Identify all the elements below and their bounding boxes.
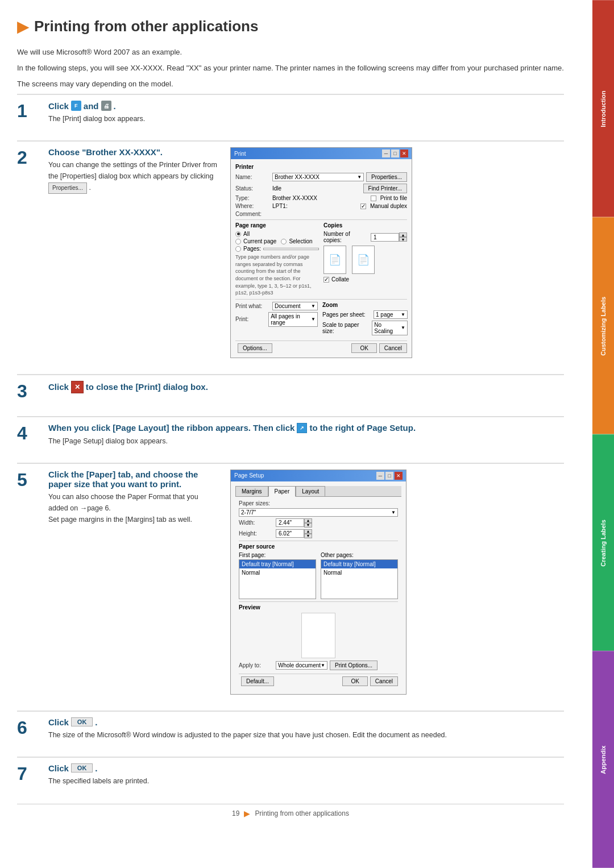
pages-per-sheet-dropdown[interactable]: 1 page ▼ (374, 310, 408, 319)
layout-tab[interactable]: Layout (296, 486, 325, 496)
sidebar-tab-creating[interactable]: Creating Labels (592, 434, 614, 651)
step-2-text: Choose "Brother XX-XXXX". You can change… (48, 147, 219, 194)
name-dropdown[interactable]: Brother XX-XXXX ▼ (272, 173, 364, 181)
step-7-desc: The specified labels are printed. (48, 775, 564, 787)
divider-1 (235, 219, 407, 220)
step-5-number-block: 5 (17, 470, 48, 695)
print-cancel-btn[interactable]: Cancel (379, 343, 407, 353)
ps-cancel-btn[interactable]: Cancel (370, 676, 398, 686)
current-page-radio[interactable] (235, 239, 241, 244)
page-title: Printing from other applications (34, 18, 258, 35)
paper-tab[interactable]: Paper (268, 486, 296, 497)
apply-to-dropdown[interactable]: Whole document ▼ (276, 661, 327, 670)
width-spin-down[interactable]: ▼ (304, 523, 312, 528)
two-col-section: Page range All Current page (235, 222, 407, 297)
step-3-number-block: 3 (17, 381, 48, 400)
close-btn[interactable]: ✕ (400, 149, 408, 157)
step-3-click: Click (48, 382, 69, 392)
step-3-number: 3 (17, 382, 27, 400)
print-ok-btn[interactable]: OK (351, 343, 376, 353)
print-row: Print: All pages in range ▼ (235, 312, 318, 327)
print-what-dropdown[interactable]: Document ▼ (272, 302, 318, 310)
print-dropdown[interactable]: All pages in range ▼ (268, 312, 318, 327)
manual-duplex-checkbox[interactable]: ✓ (360, 203, 366, 209)
bottom-section: Print what: Document ▼ Print: (235, 302, 407, 337)
properties-btn[interactable]: Properties... (366, 172, 407, 182)
step-7-content: Click OK . The specified labels are prin… (48, 763, 564, 787)
width-value[interactable]: 2.44" (276, 518, 304, 527)
step-7-ok-btn: OK (71, 763, 93, 773)
step-5-with-screenshot: Click the [Paper] tab, and choose the pa… (48, 470, 564, 695)
maximize-btn[interactable]: □ (391, 149, 399, 157)
copies-value[interactable]: 1 (371, 233, 399, 242)
step-6: 6 Click OK . The size of the Microsoft® … (17, 711, 564, 746)
height-value[interactable]: 6.02" (276, 529, 304, 538)
other-page-item-1[interactable]: Default tray [Normal] (321, 560, 397, 568)
options-btn[interactable]: Options... (238, 343, 272, 353)
where-label: Where: (235, 203, 272, 209)
manual-duplex-label: Manual duplex (370, 203, 407, 209)
spin-down-btn[interactable]: ▼ (399, 237, 407, 242)
height-spinner: 6.02" ▲ ▼ (276, 529, 312, 538)
spin-up-btn[interactable]: ▲ (399, 232, 407, 237)
all-radio[interactable] (235, 231, 241, 237)
width-spin-up[interactable]: ▲ (304, 518, 312, 523)
other-pages-list[interactable]: Default tray [Normal] Normal (321, 559, 398, 599)
preview-title: Preview (239, 604, 398, 610)
first-page-item-2[interactable]: Normal (239, 568, 316, 577)
ps-close-btn[interactable]: ✕ (395, 472, 403, 480)
step-7-number-block: 7 (17, 763, 48, 787)
footer-arrow-icon: ▶ (244, 809, 250, 818)
page-setup-controls: ─ □ ✕ (376, 472, 403, 480)
sidebar-tab-customizing[interactable]: Customizing Labels (592, 217, 614, 434)
print-dialog: Print ─ □ ✕ Printer Name: (230, 147, 412, 358)
page-setup-titlebar: Page Setup ─ □ ✕ (231, 470, 406, 481)
step-3-title: Click ✕ to close the [Print] dialog box. (48, 381, 564, 393)
minimize-btn[interactable]: ─ (382, 149, 390, 157)
height-label: Height: (239, 530, 276, 537)
pages-radio[interactable] (235, 246, 241, 252)
print-to-file-label: Print to file (380, 195, 407, 201)
step-4-number: 4 (17, 424, 27, 442)
num-copies-row: Number of copies: 1 ▲ ▼ (323, 231, 407, 243)
name-value: Brother XX-XXXX (275, 174, 320, 180)
step-5-desc2: →page 6. (80, 504, 111, 512)
step-4-content: When you click [Page Layout] the ribbon … (48, 423, 564, 447)
height-spin-down[interactable]: ▼ (304, 534, 312, 538)
height-spin-up[interactable]: ▲ (304, 529, 312, 534)
scale-dropdown[interactable]: No Scaling ▼ (372, 321, 408, 335)
step-2-desc: You can change the settings of the Print… (48, 159, 219, 194)
ps-ok-btn[interactable]: OK (342, 676, 367, 686)
ps-minimize-btn[interactable]: ─ (376, 472, 384, 480)
sidebar-tab-appendix[interactable]: Appendix (592, 651, 614, 868)
print-to-file-checkbox[interactable] (371, 196, 376, 201)
margins-tab[interactable]: Margins (235, 486, 268, 496)
print-dialog-body: Printer Name: Brother XX-XXXX ▼ Properti… (231, 159, 412, 358)
step-5-text: Click the [Paper] tab, and choose the pa… (48, 470, 219, 525)
first-page-col: First page: Default tray [Normal] Normal (239, 552, 316, 599)
first-page-item-1[interactable]: Default tray [Normal] (239, 560, 316, 568)
find-printer-btn[interactable]: Find Printer... (363, 184, 407, 193)
selection-radio[interactable] (281, 239, 287, 244)
pages-radio-row: Pages: (235, 246, 319, 252)
type-label: Type: (235, 195, 272, 201)
scale-label: Scale to paper size: (322, 322, 372, 334)
first-page-list[interactable]: Default tray [Normal] Normal (239, 559, 316, 599)
sidebar-tab-introduction[interactable]: Introduction (592, 0, 614, 217)
comment-row: Comment: (235, 211, 407, 217)
other-page-item-2[interactable]: Normal (321, 568, 397, 577)
print-options-btn[interactable]: Print Options... (330, 661, 377, 670)
default-btn[interactable]: Default... (241, 676, 274, 686)
step-6-title: Click OK . (48, 717, 564, 727)
step-3-content: Click ✕ to close the [Print] dialog box. (48, 381, 564, 400)
name-arrow: ▼ (357, 175, 362, 180)
width-row: Width: 2.44" ▲ ▼ (239, 518, 398, 528)
collate-checkbox[interactable]: ✓ (323, 277, 329, 283)
paper-size-dropdown[interactable]: 2-7/7" ▼ (239, 508, 398, 517)
properties-inline-btn[interactable]: Properties... (48, 182, 87, 194)
ps-maximize-btn[interactable]: □ (385, 472, 393, 480)
name-label: Name: (235, 174, 272, 180)
other-pages-col: Other pages: Default tray [Normal] Norma… (321, 552, 398, 599)
pages-input[interactable] (263, 248, 319, 250)
scale-value: No Scaling (374, 322, 401, 334)
